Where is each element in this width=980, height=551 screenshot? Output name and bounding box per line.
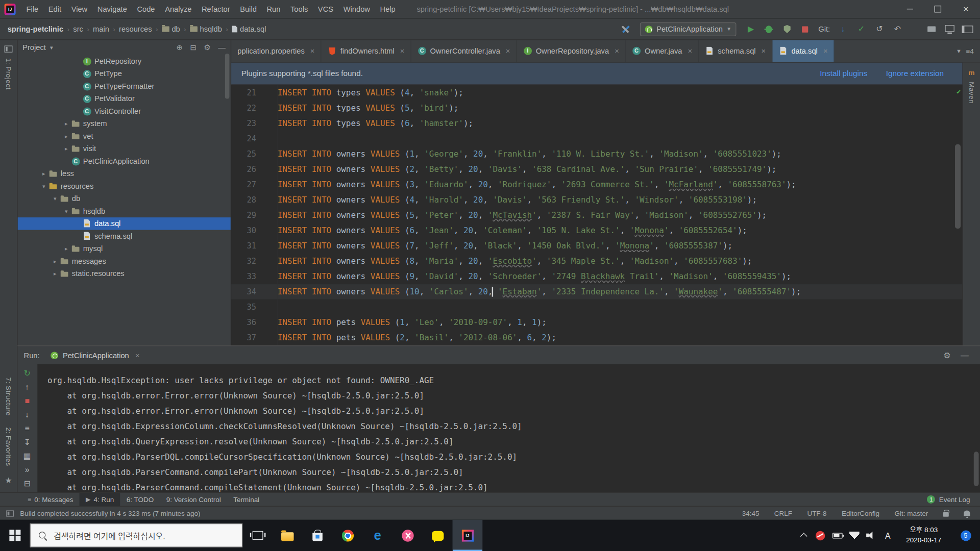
project-scrollbar[interactable] <box>225 54 230 98</box>
close-tab-icon[interactable]: × <box>400 46 405 55</box>
tree-item-hsqldb[interactable]: ▾hsqldb <box>17 205 231 217</box>
editor-scrollbar[interactable] <box>955 144 961 229</box>
tree-item-vet[interactable]: ▸vet <box>17 130 231 142</box>
action-center-button[interactable]: 5 <box>951 520 980 551</box>
tree-collapsed-arrow-icon[interactable]: ▸ <box>61 133 71 139</box>
chrome-taskbar-button[interactable] <box>332 520 362 551</box>
code-line-23[interactable]: 23INSERT INTO types VALUES (6, 'hamster'… <box>231 116 963 131</box>
store-taskbar-button[interactable] <box>303 520 333 551</box>
lock-icon[interactable] <box>943 512 949 516</box>
breadcrumb-hsqldb[interactable]: hsqldb <box>189 24 224 33</box>
menu-analyze[interactable]: Analyze <box>160 0 197 18</box>
tab-pplication-properties[interactable]: pplication.properties× <box>231 40 322 62</box>
hide-panel-icon[interactable]: — <box>961 350 969 360</box>
tab-ownerrepository-java[interactable]: OwnerRepository.java× <box>517 40 626 62</box>
code-line-26[interactable]: 26INSERT INTO owners VALUES (2, 'Betty',… <box>231 162 963 177</box>
code-line-35[interactable]: 35 <box>231 299 963 315</box>
status-editorconfig[interactable]: EditorConfig <box>842 510 879 517</box>
close-tab-icon[interactable]: × <box>506 46 510 55</box>
code-line-31[interactable]: 31INSERT INTO owners VALUES (7, 'Jeff', … <box>231 238 963 254</box>
menu-help[interactable]: Help <box>375 0 401 18</box>
close-tab-icon[interactable]: × <box>310 46 315 55</box>
run-console-tab[interactable]: PetClinicApplication × <box>46 346 145 364</box>
close-icon[interactable]: × <box>135 351 140 360</box>
tab-schema-sql[interactable]: schema.sql× <box>699 40 773 62</box>
event-log-button[interactable]: 1 Event Log <box>927 495 980 504</box>
rollback-icon[interactable]: ↶ <box>891 23 903 35</box>
tree-expanded-arrow-icon[interactable]: ▾ <box>50 195 60 202</box>
chevron-down-icon[interactable]: ▼ <box>956 48 962 54</box>
stop-icon[interactable] <box>799 23 811 35</box>
tree-item-data-sql[interactable]: data.sql <box>17 217 231 230</box>
tree-collapsed-arrow-icon[interactable]: ▸ <box>39 170 49 177</box>
tree-item-db[interactable]: ▾db <box>17 192 231 205</box>
status-34-45[interactable]: 34:45 <box>742 510 760 517</box>
tray-ime[interactable]: A <box>879 520 896 551</box>
file-explorer-taskbar-button[interactable] <box>273 520 303 551</box>
close-tab-icon[interactable]: × <box>762 46 766 55</box>
install-plugins-link[interactable]: Install plugins <box>820 69 867 78</box>
code-line-27[interactable]: 27INSERT INTO owners VALUES (3, 'Eduardo… <box>231 177 963 192</box>
toolwindow-9-version-control[interactable]: 9: Version Control <box>160 493 227 507</box>
menu-tools[interactable]: Tools <box>285 0 313 18</box>
tab-owner-java[interactable]: Owner.java× <box>626 40 699 62</box>
close-button[interactable] <box>952 0 980 18</box>
breadcrumb-db[interactable]: db <box>160 24 181 33</box>
tray-expand[interactable] <box>795 520 812 551</box>
code-line-30[interactable]: 30INSERT INTO owners VALUES (6, 'Jean', … <box>231 223 963 238</box>
tree-collapsed-arrow-icon[interactable]: ▸ <box>61 145 71 152</box>
task-view-button[interactable] <box>242 520 273 551</box>
menu-view[interactable]: View <box>66 0 92 18</box>
debug-icon[interactable] <box>763 23 775 35</box>
code-editor[interactable]: 21INSERT INTO types VALUES (4, 'snake');… <box>231 85 963 346</box>
code-line-25[interactable]: 25INSERT INTO owners VALUES (1, 'George'… <box>231 146 963 162</box>
code-line-22[interactable]: 22INSERT INTO types VALUES (5, 'bird'); <box>231 101 963 116</box>
menu-window[interactable]: Window <box>338 0 375 18</box>
print-icon[interactable]: ▦ <box>21 450 33 461</box>
breadcrumb-src[interactable]: src <box>72 24 84 33</box>
tree-expanded-arrow-icon[interactable]: ▾ <box>61 208 71 214</box>
toolwindow-6-todo[interactable]: 6: TODO <box>120 493 160 507</box>
menu-edit[interactable]: Edit <box>43 0 66 18</box>
code-line-29[interactable]: 29INSERT INTO owners VALUES (5, 'Peter',… <box>231 208 963 223</box>
favorites-star-icon[interactable]: ★ <box>5 471 12 488</box>
collapse-all-icon[interactable]: ⊟ <box>190 43 196 52</box>
toolwindow-terminal[interactable]: Terminal <box>227 493 265 507</box>
tree-item-system[interactable]: ▸system <box>17 117 231 130</box>
menu-file[interactable]: File <box>21 0 43 18</box>
stripe-maven[interactable]: Maven <box>968 76 975 109</box>
status-crlf[interactable]: CRLF <box>774 510 792 517</box>
run-configuration-select[interactable]: PetClinicApplication ▼ <box>640 22 737 36</box>
tab-findowners-html[interactable]: findOwners.html× <box>322 40 411 62</box>
menu-run[interactable]: Run <box>262 0 286 18</box>
expand-all-icon[interactable]: » <box>21 464 33 475</box>
status-utf-8[interactable]: UTF-8 <box>807 510 826 517</box>
tree-item-schema-sql[interactable]: schema.sql <box>17 230 231 242</box>
clock[interactable]: 오후 8:03 2020-03-17 <box>896 525 951 545</box>
toggle-toolwindows-icon[interactable] <box>6 510 14 516</box>
build-tool-icon[interactable] <box>620 23 632 35</box>
console-scrollbar[interactable] <box>974 452 979 486</box>
tray-battery[interactable] <box>829 520 846 551</box>
code-line-34[interactable]: 34INSERT INTO owners VALUES (10, 'Carlos… <box>231 284 963 299</box>
taskbar-search-box[interactable]: 검색하려면 여기에 입력하십시오. <box>30 523 242 547</box>
stripe-structure[interactable]: 7: Structure <box>5 372 12 422</box>
tab-data-sql[interactable]: data.sql× <box>773 40 835 62</box>
tree-collapsed-arrow-icon[interactable]: ▸ <box>50 258 60 264</box>
rerun-icon[interactable]: ↻ <box>21 367 33 379</box>
start-button[interactable] <box>0 520 30 551</box>
tray-antivirus[interactable] <box>812 520 829 551</box>
tree-item-pettype[interactable]: PetType <box>17 67 231 80</box>
code-line-33[interactable]: 33INSERT INTO owners VALUES (9, 'David',… <box>231 269 963 284</box>
scroll-to-end-icon[interactable]: ↧ <box>21 436 33 447</box>
down-stack-icon[interactable]: ↓ <box>21 409 33 420</box>
code-line-37[interactable]: 37INSERT INTO pets VALUES (2, 'Basil', '… <box>231 330 963 345</box>
breadcrumb-spring-petclinic[interactable]: spring-petclinic <box>6 24 64 33</box>
breadcrumb-data-sql[interactable]: data.sql <box>231 24 267 33</box>
terminal-window-icon[interactable] <box>943 23 955 35</box>
tab-ownercontroller-java[interactable]: OwnerController.java× <box>411 40 517 62</box>
notifications-bell-icon[interactable] <box>964 510 970 516</box>
window-layout-icon[interactable] <box>961 23 973 35</box>
hide-panel-icon[interactable]: — <box>218 43 226 52</box>
tree-item-messages[interactable]: ▸messages <box>17 255 231 267</box>
